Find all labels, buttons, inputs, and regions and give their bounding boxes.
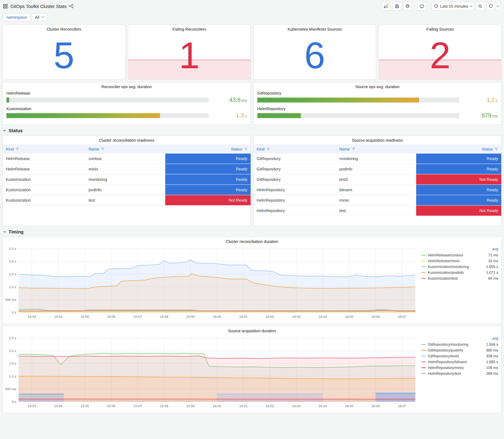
legend-row: Kustomization/monitoring1.605 s: [421, 264, 498, 269]
dashboard-grid-icon[interactable]: [3, 4, 8, 8]
svg-text:15:57: 15:57: [134, 404, 142, 408]
svg-text:16:00: 16:00: [213, 315, 221, 319]
table-row: GitRepositorypodinfoReady: [254, 164, 501, 174]
table-row: GitRepositorymonitoringReady: [254, 154, 501, 164]
cell-status: Not Ready: [416, 174, 501, 185]
chart-row: Source acquisition duration0 s500 ms1.0 …: [2, 326, 502, 413]
variables-row: namespace All: [0, 12, 504, 22]
gauge-bar-fill: [257, 98, 419, 102]
svg-text:2.5 s: 2.5 s: [9, 336, 16, 340]
dashboard-settings-button[interactable]: ⚙: [403, 2, 412, 10]
column-header-status[interactable]: Status: [416, 147, 501, 151]
panel-title: Cluster reconciliation readiness: [3, 136, 250, 143]
legend-series-name[interactable]: Kustomization/monitoring: [428, 265, 469, 269]
filter-funnel-icon[interactable]: [101, 147, 104, 151]
legend-series-name[interactable]: HelmRepository/bitnami: [428, 360, 467, 364]
cell-status: Ready: [165, 174, 250, 185]
column-header-name[interactable]: Name: [86, 147, 165, 151]
column-header-kind[interactable]: Kind: [3, 147, 86, 151]
cell-kind: GitRepository: [254, 164, 336, 174]
gauge-bar-fill: [257, 113, 301, 118]
svg-text:16:03: 16:03: [292, 315, 300, 319]
svg-text:500 ms: 500 ms: [5, 298, 16, 302]
svg-text:16:07: 16:07: [398, 315, 406, 319]
refresh-button[interactable]: [487, 2, 495, 10]
table-row: KustomizationpodinfoReady: [3, 185, 250, 195]
filter-funnel-icon[interactable]: [266, 147, 270, 151]
series-color-swatch: [421, 361, 426, 362]
svg-text:1.5 s: 1.5 s: [9, 272, 16, 276]
section-status[interactable]: Status: [3, 128, 501, 133]
legend-series-name[interactable]: HelmRelease/minio: [428, 259, 460, 263]
chart-row: Cluster reconciliation duration0 s500 ms…: [2, 237, 502, 324]
legend-avg-value: 338 ms: [484, 354, 498, 358]
svg-text:15:56: 15:56: [107, 315, 115, 319]
chart-body: 0 s500 ms1.0 s1.5 s2.0 s2.5 s15:5315:541…: [3, 333, 501, 411]
time-range-picker[interactable]: Last 15 minutes: [432, 2, 474, 10]
gauge-bar-track: [257, 113, 459, 118]
refresh-split-button: [487, 2, 501, 10]
legend-series-name[interactable]: HelmRelease/contour: [428, 253, 463, 257]
add-panel-button[interactable]: [381, 2, 391, 10]
table-header-row: KindNameStatus: [3, 144, 250, 154]
cell-name: contour: [86, 154, 165, 164]
cell-status: Not Ready: [165, 195, 250, 206]
column-header-label: Name: [339, 147, 350, 151]
legend-series-name[interactable]: GitRepository/monitoring: [428, 342, 468, 346]
chevron-down-icon: [497, 4, 499, 7]
cell-status: Ready: [416, 164, 501, 174]
legend-row: GitRepository/test2338 ms: [421, 353, 498, 359]
stat-panel: Kubernetes Manifests Sources6: [253, 24, 376, 80]
variable-value-dropdown[interactable]: All: [32, 13, 47, 21]
series-color-swatch: [421, 344, 426, 345]
svg-text:2.5 s: 2.5 s: [9, 247, 16, 251]
column-header-status[interactable]: Status: [165, 147, 250, 151]
table-header-row: KindNameStatus: [254, 144, 501, 154]
variable-label-namespace[interactable]: namespace: [3, 13, 30, 21]
cell-name: monitoring: [86, 174, 165, 185]
add-panel-icon: [384, 4, 389, 9]
filter-funnel-icon[interactable]: [495, 147, 498, 151]
save-icon: [395, 4, 399, 8]
legend-avg-header: avg: [421, 336, 498, 341]
legend-series-name[interactable]: HelmRepository/test: [428, 371, 461, 376]
svg-text:0 s: 0 s: [12, 400, 16, 404]
panel-title: Source ops avg. duration: [254, 82, 501, 89]
section-timing[interactable]: Timing: [3, 229, 501, 234]
legend-series-name[interactable]: GitRepository/test2: [428, 354, 459, 358]
legend-series-name[interactable]: Kustomization/podinfo: [428, 270, 464, 275]
gauge-bar-fill: [6, 113, 160, 118]
cell-status: Ready: [416, 185, 501, 195]
legend-avg-value: 1.594 s: [484, 342, 498, 346]
time-series-chart: 0 s500 ms1.0 s1.5 s2.0 s2.5 s15:5315:541…: [4, 244, 418, 321]
legend-series-name[interactable]: Kustomization/test: [428, 276, 458, 280]
stat-panels-row: Cluster Reconcilers5Failing Reconcilers1…: [2, 24, 502, 80]
gauge-value: 879ms: [459, 112, 498, 119]
cell-name: test: [336, 206, 416, 216]
cell-name: test: [86, 195, 165, 206]
svg-text:16:06: 16:06: [371, 315, 380, 319]
table-row: HelmReleasecontourReady: [3, 154, 250, 164]
filter-funnel-icon[interactable]: [352, 147, 355, 151]
cell-kind: HelmRepository: [254, 185, 336, 195]
zoom-out-button[interactable]: [476, 2, 485, 10]
filter-funnel-icon[interactable]: [244, 147, 247, 151]
legend-row: HelmRelease/minio16 ms: [421, 258, 498, 264]
svg-text:16:02: 16:02: [266, 315, 274, 319]
table-row: KustomizationmonitoringReady: [3, 174, 250, 185]
filter-funnel-icon[interactable]: [16, 147, 19, 151]
column-header-name[interactable]: Name: [336, 147, 416, 151]
legend-row: Kustomization/podinfo1.071 s: [421, 269, 498, 275]
svg-text:16:03: 16:03: [292, 404, 300, 408]
legend-series-name[interactable]: HelmRepository/minio: [428, 366, 464, 370]
save-dashboard-button[interactable]: [393, 2, 402, 10]
cycle-view-button[interactable]: [418, 2, 426, 10]
time-series-panel: Cluster reconciliation duration0 s500 ms…: [2, 237, 502, 324]
refresh-interval-dropdown[interactable]: [495, 2, 501, 10]
cell-name: minio: [336, 195, 416, 206]
legend-series-name[interactable]: GitRepository/podinfo: [428, 348, 463, 352]
svg-text:16:07: 16:07: [398, 404, 406, 408]
gauge-row-label: GitRepository: [257, 91, 498, 96]
column-header-kind[interactable]: Kind: [254, 147, 336, 151]
share-icon[interactable]: [69, 4, 74, 8]
